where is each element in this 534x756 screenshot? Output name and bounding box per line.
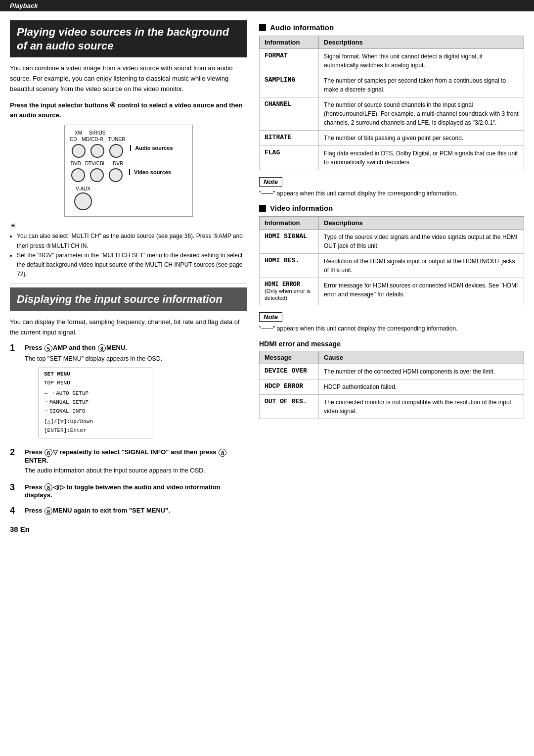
step-3-bold: Press 8◁/▷ to toggle between the audio a… [25, 483, 247, 499]
audio-table-header-desc: Descriptions [319, 36, 524, 49]
step-3: 3 Press 8◁/▷ to toggle between the audio… [10, 483, 247, 501]
audio-row-3-info: BITRATE [260, 131, 319, 146]
step-4-bold: Press 8MENU again to exit from "SET MENU… [25, 507, 247, 515]
audio-row-1-desc: The number of samples per second taken f… [319, 73, 524, 97]
md-cd-r-label: MD/CD-R [82, 137, 103, 142]
dvd-label: DVD [71, 161, 81, 166]
audio-note-box: Note "——" appears when this unit cannot … [259, 177, 524, 198]
bullet-2: Set the "BGV" parameter in the "MULTI CH… [17, 251, 247, 280]
table-row: DEVICE OVER The number of the connected … [260, 364, 524, 379]
audio-row-4-info: FLAG [260, 146, 319, 170]
osd-line4: ・SIGNAL INFO [44, 407, 147, 416]
audio-info-icon [259, 24, 266, 31]
audio-row-2-info: CHANNEL [260, 97, 319, 131]
hdmi-row-1-msg: HDCP ERROR [260, 379, 319, 395]
video-row-2-desc: Error message for HDMI sources or connec… [319, 278, 524, 305]
divider [10, 283, 247, 284]
hdmi-table-body: DEVICE OVER The number of the connected … [260, 364, 524, 419]
left-column: Playing video sources in the background … [10, 20, 247, 533]
md-cd-r-button[interactable] [90, 144, 104, 158]
step-1-sub: The top "SET MENU" display appears in th… [25, 354, 247, 364]
section1-bullets: You can also select "MULTI CH" as the au… [17, 232, 247, 279]
cd-button[interactable] [72, 144, 86, 158]
section2-title-box: Displaying the input source information [10, 287, 247, 311]
video-row-2-info-sub: (Only when error is detected) [265, 288, 311, 301]
dtv-cbl-button[interactable] [90, 168, 104, 182]
table-row: HDMI ERROR (Only when error is detected)… [260, 278, 524, 305]
osd-line2: → ・AUTO SETUP [44, 389, 147, 398]
audio-row-0-info: FORMAT [260, 49, 319, 73]
table-row: FORMAT Signal format. When this unit can… [260, 49, 524, 73]
table-row: BITRATE The number of bits passing a giv… [260, 131, 524, 146]
step-1-content: Press 5AMP and then 8MENU. The top "SET … [25, 344, 247, 442]
bullet-2-text: Set the "BGV" parameter in the "MULTI CH… [17, 252, 242, 278]
xm-sirius-labels: XM SIRIUS [75, 130, 105, 136]
audio-sources-label: Audio sources [135, 145, 173, 151]
video-row-0-desc: Type of the source video signals and the… [319, 230, 524, 254]
step1-circle5: 5 [44, 344, 52, 352]
v-aux-label: V-AUX [76, 186, 90, 191]
dvd-button[interactable] [71, 168, 85, 182]
section1-intro: You can combine a video image from a vid… [10, 63, 247, 94]
audio-note-text: "——" appears when this unit cannot displ… [259, 189, 524, 198]
audio-row-0-desc: Signal format. When this unit cannot det… [319, 49, 524, 73]
step-2-content: Press 8▽ repeatedly to select "SIGNAL IN… [25, 448, 247, 477]
table-row: HDMI RES. Resolution of the HDMI signals… [260, 254, 524, 278]
tuner-button[interactable] [109, 144, 123, 158]
section1-title: Playing video sources in the background … [17, 26, 229, 52]
sun-icon: ☀ [10, 222, 16, 230]
video-note-box: Note "——" appears when this unit cannot … [259, 312, 524, 333]
audio-table-body: FORMAT Signal format. When this unit can… [260, 49, 524, 170]
sirius-label: SIRIUS [89, 130, 105, 136]
step-3-content: Press 8◁/▷ to toggle between the audio a… [25, 483, 247, 501]
section2-intro: You can display the format, sampling fre… [10, 317, 247, 338]
hdmi-table-header-row: Message Cause [260, 351, 524, 364]
video-table-header-row: Information Descriptions [260, 217, 524, 230]
table-row: OUT OF RES. The connected monitor is not… [260, 395, 524, 419]
page-number: 38 En [10, 525, 247, 533]
step-2-sub: The audio information about the input so… [25, 466, 247, 475]
audio-row-1-info: SAMPLING [260, 73, 319, 97]
osd-display: SET MENU TOP MENU → ・AUTO SETUP ・MANUAL … [39, 368, 152, 439]
table-row: HDCP ERROR HDCP authentication failed. [260, 379, 524, 395]
audio-info-header: Audio information [259, 23, 524, 32]
step-4-content: Press 8MENU again to exit from "SET MENU… [25, 507, 247, 517]
top-bar-label: Playback [10, 2, 38, 9]
video-row-2-info-main: HDMI ERROR [265, 281, 300, 288]
osd-line6: [ENTER]:Enter [44, 426, 147, 435]
video-note-text: "——" appears when this unit cannot displ… [259, 324, 524, 333]
step-4-num: 4 [10, 506, 21, 516]
step3-circle8: 8 [44, 483, 52, 491]
audio-row-4-desc: Flag data encoded in DTS, Dolby Digital,… [319, 146, 524, 170]
section1-instruction-text: Press the input selector buttons ④ contr… [10, 101, 243, 119]
audio-row-2-desc: The number of source sound channels in t… [319, 97, 524, 131]
audio-info-table: Information Descriptions FORMAT Signal f… [259, 36, 524, 170]
video-row-2-info: HDMI ERROR (Only when error is detected) [260, 278, 319, 305]
cd-label: CD [70, 137, 77, 142]
dvr-button[interactable] [109, 168, 123, 182]
step-4: 4 Press 8MENU again to exit from "SET ME… [10, 507, 247, 517]
section1-title-box: Playing video sources in the background … [10, 20, 247, 57]
video-table-header-desc: Descriptions [319, 217, 524, 230]
table-row: SAMPLING The number of samples per secon… [260, 73, 524, 97]
v-aux-button[interactable] [74, 192, 92, 210]
table-row: FLAG Flag data encoded in DTS, Dolby Dig… [260, 146, 524, 170]
step-1-bold: Press 5AMP and then 8MENU. [25, 344, 247, 352]
bullet-1: You can also select "MULTI CH" as the au… [17, 232, 247, 250]
audio-info-title: Audio information [270, 23, 334, 32]
step-2-bold: Press 8▽ repeatedly to select "SIGNAL IN… [25, 448, 247, 464]
hdmi-row-2-msg: OUT OF RES. [260, 395, 319, 419]
hdmi-table-header-cause: Cause [319, 351, 524, 364]
step2-circle8a: 8 [44, 449, 52, 457]
top-bar: Playback [0, 0, 534, 11]
page: Playback Playing video sources in the ba… [0, 0, 534, 756]
video-table-header-info: Information [260, 217, 319, 230]
source-diagram: XM SIRIUS CD MD/CD-R TUNER [64, 125, 193, 217]
hdmi-table-header-msg: Message [260, 351, 319, 364]
audio-table-header-row: Information Descriptions [260, 36, 524, 49]
video-row-0-info: HDMI SIGNAL [260, 230, 319, 254]
section1-instruction: Press the input selector buttons ④ contr… [10, 100, 247, 120]
video-info-header: Video information [259, 204, 524, 212]
bullet-1-text: You can also select "MULTI CH" as the au… [17, 233, 243, 249]
osd-line5: [△]/[▽]:Up/Down [44, 418, 147, 426]
